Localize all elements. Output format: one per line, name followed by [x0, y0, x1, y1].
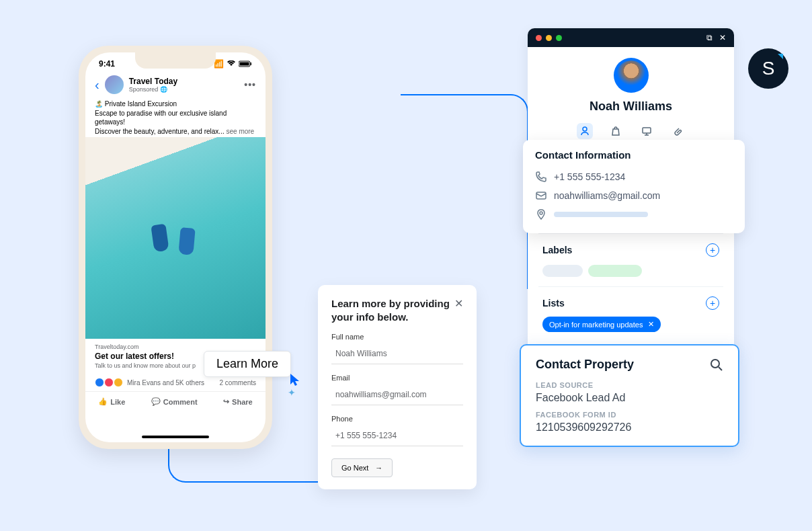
post-text: 🏝️ Private Island Excursion Escape to pa…: [85, 98, 266, 137]
reactions-text: Mira Evans and 5K others: [127, 379, 204, 386]
phone-label: Phone: [331, 415, 463, 423]
form-id-value: 1210539609292726: [536, 421, 723, 434]
status-time: 9:41: [99, 59, 115, 69]
property-title: Contact Property: [536, 358, 634, 372]
more-icon[interactable]: •••: [244, 79, 256, 90]
contact-property-card: Contact Property LEAD SOURCE Facebook Le…: [520, 344, 739, 447]
phone-icon: [535, 171, 547, 183]
actions-bar: 👍Like 💬Comment ↪Share: [85, 392, 266, 411]
thumb-icon: 👍: [98, 397, 108, 406]
comments-count[interactable]: 2 comments: [220, 379, 256, 386]
comment-button[interactable]: 💬Comment: [151, 397, 198, 406]
close-icon[interactable]: ✕: [719, 33, 726, 42]
post-header: ‹ Travel Today Sponsored 🌐 •••: [85, 71, 266, 98]
remove-chip-icon[interactable]: ✕: [648, 320, 654, 329]
svg-point-3: [583, 127, 587, 131]
connector-line: [168, 449, 329, 483]
svg-rect-1: [240, 63, 249, 66]
reaction-icons[interactable]: Mira Evans and 5K others: [95, 378, 204, 387]
post-image[interactable]: [85, 137, 266, 339]
learn-more-button[interactable]: Learn More: [204, 351, 291, 377]
battery-icon: [239, 60, 252, 67]
svg-rect-4: [643, 128, 651, 133]
care-reaction-icon: [114, 378, 123, 387]
traffic-lights: [536, 35, 562, 41]
close-window-icon[interactable]: [536, 35, 542, 41]
labels-section: Labels +: [538, 233, 723, 286]
tab-shopping[interactable]: [608, 123, 624, 139]
share-button[interactable]: ↪Share: [223, 397, 253, 406]
boat-graphic: [178, 227, 195, 255]
phone-input[interactable]: [331, 425, 463, 446]
sponsored-label: Sponsored 🌐: [129, 86, 239, 93]
full-name-input[interactable]: [331, 343, 463, 364]
like-button[interactable]: 👍Like: [98, 397, 125, 406]
contact-name: Noah Williams: [528, 99, 734, 114]
phone-screen: 9:41 📶 ‹ Travel Today Sponsored 🌐: [85, 52, 266, 442]
svg-rect-2: [251, 63, 252, 65]
full-name-label: Full name: [331, 333, 463, 341]
tab-attachment[interactable]: [669, 123, 686, 139]
connector-line: [401, 94, 528, 289]
contact-info-title: Contact Information: [535, 149, 733, 161]
brand-badge: S: [748, 48, 788, 89]
form-id-label: FACEBOOK FORM ID: [536, 411, 723, 419]
tab-device[interactable]: [639, 123, 655, 139]
svg-point-7: [711, 360, 719, 368]
share-icon: ↪: [223, 397, 229, 406]
lead-source-label: LEAD SOURCE: [536, 381, 723, 389]
link-domain: Traveltoday.com: [95, 343, 256, 350]
list-chip[interactable]: Opt-in for marketing updates ✕: [542, 317, 661, 332]
svg-rect-5: [536, 192, 546, 199]
label-chip-placeholder: [588, 265, 642, 277]
crm-titlebar: ⧉ ✕: [528, 28, 734, 47]
page-avatar[interactable]: [105, 75, 124, 94]
label-chip-placeholder: [542, 265, 583, 277]
click-burst-icon: ✦: [288, 387, 296, 398]
labels-title: Labels: [542, 245, 572, 255]
phone-notch: [135, 52, 216, 69]
see-more-link[interactable]: see more: [226, 128, 254, 135]
phone-row: +1 555 555-1234: [535, 167, 733, 186]
add-list-button[interactable]: +: [706, 296, 719, 310]
status-icons: 📶: [214, 59, 252, 69]
tab-profile[interactable]: [577, 123, 593, 139]
contact-avatar[interactable]: [614, 58, 649, 93]
email-value: noahwilliams@gmail.com: [554, 190, 660, 201]
post-meta[interactable]: Travel Today Sponsored 🌐: [129, 77, 239, 93]
globe-icon: 🌐: [160, 86, 167, 93]
svg-point-6: [540, 212, 542, 214]
home-indicator: [142, 436, 209, 438]
like-reaction-icon: [95, 378, 104, 387]
comment-icon: 💬: [151, 397, 161, 406]
wifi-icon: [227, 60, 236, 67]
close-icon[interactable]: ✕: [454, 297, 463, 310]
lead-form: Learn more by providing your info below.…: [318, 285, 477, 489]
back-icon[interactable]: ‹: [95, 77, 99, 93]
search-icon[interactable]: [710, 358, 723, 372]
love-reaction-icon: [104, 378, 114, 387]
email-row: noahwilliams@gmail.com: [535, 186, 733, 205]
minimize-window-icon[interactable]: [546, 35, 552, 41]
external-link-icon[interactable]: ⧉: [706, 33, 713, 42]
phone-mockup: 9:41 📶 ‹ Travel Today Sponsored 🌐: [79, 46, 272, 449]
lists-title: Lists: [542, 298, 565, 309]
phone-value: +1 555 555-1234: [554, 171, 625, 182]
page-name: Travel Today: [129, 77, 239, 86]
boat-graphic: [151, 224, 169, 253]
lead-source-value: Facebook Lead Ad: [536, 392, 723, 404]
location-row: [535, 205, 733, 224]
add-label-button[interactable]: +: [706, 243, 719, 257]
contact-info-card: Contact Information +1 555 555-1234 noah…: [523, 140, 745, 233]
maximize-window-icon[interactable]: [556, 35, 562, 41]
mail-icon: [535, 190, 547, 202]
go-next-button[interactable]: Go Next →: [331, 458, 393, 477]
cursor-icon: [289, 372, 301, 387]
lead-form-title: Learn more by providing your info below.: [331, 297, 454, 323]
arrow-right-icon: →: [375, 464, 382, 472]
email-input[interactable]: [331, 384, 463, 405]
location-icon: [535, 208, 547, 220]
location-placeholder: [554, 212, 648, 217]
email-label: Email: [331, 374, 463, 382]
